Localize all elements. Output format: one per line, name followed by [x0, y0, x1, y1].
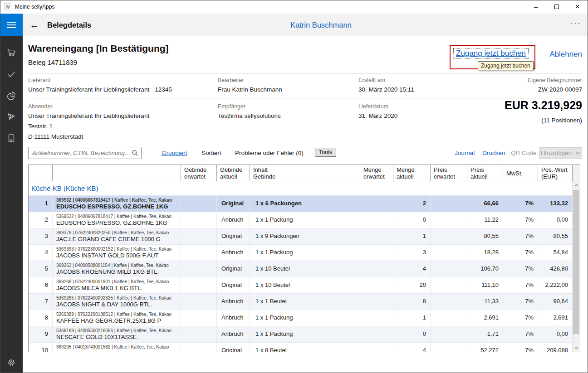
- maximize-button[interactable]: [546, 0, 567, 14]
- reject-link[interactable]: Ablehnen: [549, 50, 582, 59]
- gebinde-erwartet-cell: [181, 310, 217, 326]
- article-cell: 5369265 | 07622400002335 | Kaffee | Kaff…: [53, 294, 181, 310]
- pennant-icon[interactable]: [6, 112, 16, 122]
- col-header-preis-aktuell[interactable]: Preisaktuell: [467, 165, 503, 181]
- problems-toggle[interactable]: Probleme oder Fehler (0): [235, 150, 304, 156]
- gebinde-aktuell-cell: Anbruch: [217, 212, 250, 228]
- menge-aktuell-cell: 3: [393, 245, 431, 261]
- book-now-link[interactable]: Zugang jetzt buchen: [453, 48, 529, 59]
- table-row[interactable]: 5 369263 | 04000508001154 | Kaffee | Kaf…: [29, 261, 573, 277]
- row-number: 1: [29, 196, 53, 212]
- inhalt-gebinde-cell: 1 x 9 Packungen: [250, 228, 360, 244]
- table-row[interactable]: 8 5369389 | 07622200188512 | Kaffee | Ka…: [29, 310, 573, 326]
- pos-wert-cell: 133,32: [538, 196, 573, 212]
- menge-erwartet-cell: [360, 277, 393, 293]
- article-meta: 5369389 | 07622200188512 | Kaffee | Kaff…: [56, 312, 181, 317]
- search-box: [28, 147, 142, 159]
- user-name[interactable]: Katrin Buschmann: [290, 21, 352, 29]
- pie-chart-icon[interactable]: [6, 91, 16, 101]
- col-header-mwst[interactable]: MwSt.: [503, 165, 538, 181]
- table-body: Küche KB (Küche KB) 1 369532 | 040060678…: [29, 181, 573, 352]
- inhalt-gebinde-cell: 1 x 1 Beutel: [250, 294, 360, 310]
- header-filler: [573, 165, 580, 181]
- table-row[interactable]: 7 5369265 | 07622400002335 | Kaffee | Ka…: [29, 293, 573, 310]
- positions-table: Gebindeerwartet Gebindeaktuell InhaltGeb…: [28, 165, 580, 352]
- scrollbar-down-button[interactable]: [573, 344, 580, 352]
- article-name: NESCAFE GOLD 10X1TASSE: [56, 334, 181, 340]
- vertical-scrollbar[interactable]: [572, 181, 580, 352]
- row-number: 5: [29, 261, 53, 277]
- document-number: Beleg 14711839: [28, 58, 77, 66]
- pos-wert-cell: 0,00: [538, 212, 573, 228]
- preis-aktuell-cell: 52,272: [467, 343, 503, 352]
- col-header-pos-wert[interactable]: Pos.-Wert(EUR): [538, 165, 573, 181]
- check-icon[interactable]: [6, 69, 16, 79]
- article-name: KAFFEE HAG GEGR.GETR.25X1,8G P: [56, 317, 181, 324]
- table-row[interactable]: 6 369268 | 07622400001901 | Kaffee | Kaf…: [29, 277, 573, 293]
- table-row[interactable]: 3 369379 | 07622400820250 | Kaffee | Kaf…: [29, 228, 573, 244]
- gebinde-aktuell-cell: Anbruch: [217, 326, 250, 342]
- scrollbar-thumb[interactable]: [573, 190, 579, 334]
- scrollbar-up-button[interactable]: [573, 181, 580, 189]
- journal-link[interactable]: Journal: [455, 150, 475, 156]
- search-input[interactable]: [28, 147, 142, 159]
- print-link[interactable]: Drucken: [482, 150, 505, 156]
- col-header-gebinde-erwartet[interactable]: Gebindeerwartet: [181, 165, 217, 181]
- menge-aktuell-cell: 1: [393, 228, 431, 244]
- grouped-toggle[interactable]: Gruppiert: [162, 150, 187, 156]
- back-button[interactable]: ←: [28, 19, 41, 31]
- col-header-preis-erwartet[interactable]: Preiserwartet: [431, 165, 467, 181]
- table-row[interactable]: 2 5369532 | 04006067818417 | Kaffee | Ka…: [29, 212, 573, 228]
- article-cell: 5369169 | 04005500216056 | Kaffee | Kaff…: [53, 326, 181, 342]
- gebinde-aktuell-cell: Anbruch: [217, 245, 250, 261]
- field-lieferdatum: Lieferdatum 31. März 2020: [358, 103, 397, 119]
- field-absender: Absender Unser Trainingslieferant Ihr Li…: [28, 103, 149, 140]
- gebinde-aktuell-cell: Original: [217, 261, 250, 277]
- menge-erwartet-cell: [360, 326, 393, 342]
- table-row[interactable]: 10 369295 | 04013743001582 | Kaffee | Ka…: [29, 342, 573, 352]
- preis-aktuell-cell: 106,70: [467, 261, 503, 277]
- table-row[interactable]: 9 5369169 | 04005500216056 | Kaffee | Ka…: [29, 326, 573, 342]
- app-header: ← Belegdetails Katrin Buschmann ···: [0, 14, 588, 36]
- preis-aktuell-cell: 11,33: [467, 294, 503, 310]
- sorted-toggle[interactable]: Sortiert: [201, 150, 221, 156]
- article-name: JAC.LE GRAND CAFE CREME 1000 G: [56, 236, 181, 242]
- highlight-box: Zugang jetzt buchen Zugang jetzt buchen: [450, 45, 535, 69]
- article-cell: 369295 | 04013743001582 | Kaffee | Kaffe…: [53, 343, 181, 352]
- table-row[interactable]: 4 5369363 | 07622300002152 | Kaffee | Ka…: [29, 244, 573, 261]
- inhalt-gebinde-cell: 1 x 1 Packung: [250, 245, 360, 261]
- gebinde-erwartet-cell: [181, 245, 217, 261]
- preis-erwartet-cell: [431, 294, 467, 310]
- gebinde-erwartet-cell: [181, 228, 217, 244]
- col-header-gebinde-aktuell[interactable]: Gebindeaktuell: [217, 165, 250, 181]
- cart-icon[interactable]: [6, 48, 16, 58]
- gear-icon[interactable]: [6, 358, 16, 368]
- field-bearbeiter: Bearbeiter Frau Katrin Buschmann: [218, 77, 282, 93]
- row-number: 9: [29, 326, 53, 342]
- col-header-inhalt-gebinde[interactable]: InhaltGebinde: [250, 165, 360, 181]
- gebinde-erwartet-cell: [181, 196, 217, 212]
- minimize-button[interactable]: ─: [525, 0, 546, 14]
- hamburger-icon: [7, 22, 16, 23]
- col-header-menge-erwartet[interactable]: Mengeerwartet: [360, 165, 393, 181]
- hamburger-menu-button[interactable]: [0, 14, 23, 36]
- preis-aktuell-cell: 18,28: [467, 245, 503, 261]
- search-icon[interactable]: [132, 150, 138, 158]
- more-menu-button[interactable]: ···: [570, 19, 582, 28]
- pos-wert-cell: 2.222,00: [538, 277, 573, 293]
- gebinde-aktuell-cell: Original: [217, 228, 250, 244]
- col-header-rownum: [29, 165, 53, 181]
- mwst-cell: 7%: [503, 212, 538, 228]
- article-meta: 5369532 | 04006067818417 | Kaffee | Kaff…: [56, 214, 181, 219]
- table-row[interactable]: 1 369532 | 04006067818417 | Kaffee | Kaf…: [29, 195, 573, 212]
- tools-button[interactable]: Tools: [315, 148, 336, 157]
- group-header[interactable]: Küche KB (Küche KB): [29, 181, 573, 195]
- close-button[interactable]: ×: [567, 0, 588, 14]
- col-header-menge-aktuell[interactable]: Mengeaktuell: [393, 165, 431, 181]
- qr-code-link: QR Code: [511, 150, 536, 156]
- article-cell: 5369532 | 04006067818417 | Kaffee | Kaff…: [53, 212, 181, 228]
- book-icon[interactable]: [6, 133, 16, 143]
- gebinde-erwartet-cell: [181, 326, 217, 342]
- gebinde-erwartet-cell: [181, 261, 217, 277]
- table-body-rows: 1 369532 | 04006067818417 | Kaffee | Kaf…: [29, 195, 573, 352]
